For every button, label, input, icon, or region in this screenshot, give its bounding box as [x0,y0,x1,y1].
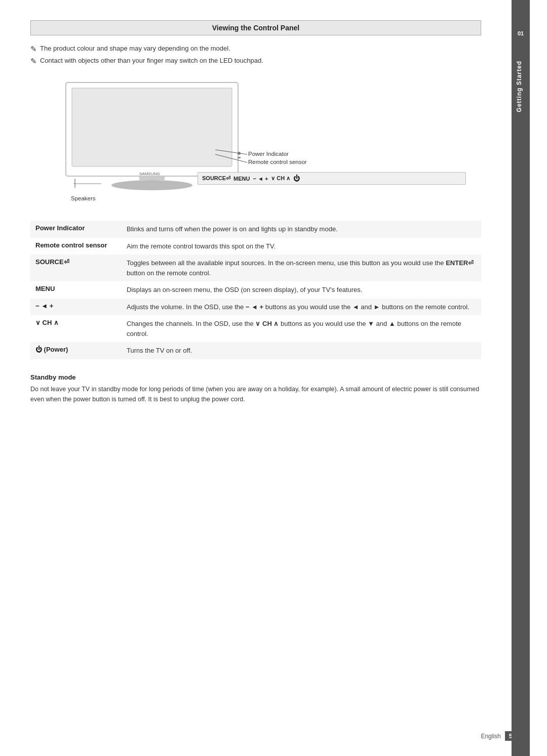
label-speakers: Speakers [71,195,96,201]
note-icon-2: ✎ [30,57,37,66]
note-text-1: The product colour and shape may vary de… [40,45,230,52]
table-row: Power Indicator Blinks and turns off whe… [30,221,481,238]
table-row: SOURCE⏎ Toggles between all the availabl… [30,255,481,281]
ctrl-name-remote-sensor: Remote control sensor [30,238,122,255]
table-row: MENU Displays an on-screen menu, the OSD… [30,281,481,299]
table-row: ∨ CH ∧ Changes the channels. In the OSD,… [30,315,481,342]
svg-rect-5 [139,176,165,180]
table-row: ⏻ (Power) Turns the TV on or off. [30,342,481,359]
ctrl-name-power-indicator: Power Indicator [30,221,122,238]
standby-section: Standby mode Do not leave your TV in sta… [30,373,481,404]
ctrl-desc-ch: Changes the channels. In the OSD, use th… [122,315,481,342]
standby-title: Standby mode [30,373,481,381]
note-item-2: ✎ Contact with objects other than your f… [30,57,481,66]
notes-section: ✎ The product colour and shape may vary … [30,45,481,66]
label-power-indicator: Power Indicator [248,151,309,157]
ctrl-ch: ∨ CH ∧ [271,175,290,182]
svg-rect-4 [238,157,241,158]
ctrl-source: SOURCE⏎ [202,175,230,182]
ctrl-name-menu: MENU [30,281,122,299]
ctrl-desc-vol: Adjusts the volume. In the OSD, use the … [122,299,481,316]
ctrl-desc-power: Turns the TV on or off. [122,342,481,359]
controls-table: Power Indicator Blinks and turns off whe… [30,221,481,359]
tv-controls-bar: SOURCE⏎ MENU − ◄ + ∨ CH ∧ ⏻ [198,172,466,185]
ctrl-name-power: ⏻ (Power) [30,342,122,359]
ctrl-desc-power-indicator: Blinks and turns off when the power is o… [122,221,481,238]
note-icon-1: ✎ [30,45,37,54]
ctrl-desc-remote-sensor: Aim the remote control towards this spot… [122,238,481,255]
ctrl-name-source: SOURCE⏎ [30,255,122,281]
ctrl-name-ch: ∨ CH ∧ [30,315,122,342]
svg-point-6 [111,180,192,190]
ctrl-desc-source: Toggles between all the available input … [122,255,481,281]
svg-text:SAMSUNG: SAMSUNG [139,172,160,176]
svg-point-3 [238,152,241,155]
section-title: Viewing the Control Panel [30,20,481,35]
note-text-2: Contact with objects other than your fin… [40,57,263,64]
side-tab: 01 Getting Started [512,0,530,756]
svg-rect-1 [72,88,232,166]
ctrl-desc-menu: Displays an on-screen menu, the OSD (on … [122,281,481,299]
ctrl-menu: MENU [233,176,250,182]
tv-diagram: SAMSUNG Power Indicator Remote control s… [30,75,481,206]
note-item-1: ✎ The product colour and shape may vary … [30,45,481,54]
ctrl-power: ⏻ [293,175,300,182]
ctrl-name-vol: − ◄ + [30,299,122,316]
side-tab-number: 01 [518,30,524,36]
standby-description: Do not leave your TV in standby mode for… [30,384,481,404]
table-row: Remote control sensor Aim the remote con… [30,238,481,255]
side-tab-label: Getting Started [516,61,530,112]
table-row: − ◄ + Adjusts the volume. In the OSD, us… [30,299,481,316]
ctrl-vol: − ◄ + [253,176,268,182]
footer-language: English [481,733,500,740]
label-remote-sensor: Remote control sensor [248,159,309,165]
